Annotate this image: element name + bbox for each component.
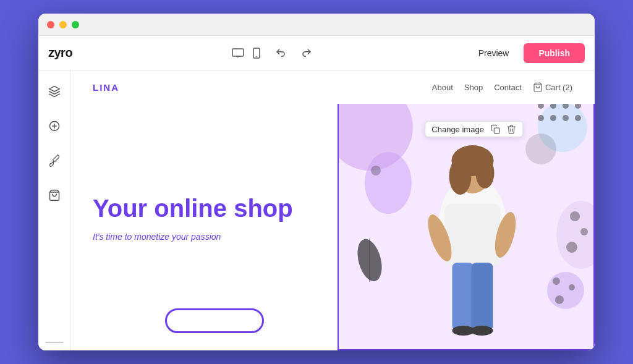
browser-window: zyro <box>38 14 595 350</box>
topbar-center <box>229 45 315 61</box>
browser-chrome <box>38 14 595 36</box>
bottom-right-shape <box>544 269 587 312</box>
svg-point-21 <box>371 166 381 176</box>
svg-point-39 <box>553 277 560 285</box>
preview-button[interactable]: Preview <box>472 44 516 62</box>
right-shape <box>544 198 593 272</box>
nav-contact[interactable]: Contact <box>494 83 522 92</box>
svg-point-17 <box>563 115 569 121</box>
svg-point-33 <box>471 326 493 336</box>
device-icons <box>229 45 263 61</box>
svg-point-41 <box>555 295 564 304</box>
layers-icon[interactable] <box>43 80 66 103</box>
left-sidebar <box>38 70 70 350</box>
sidebar-bottom <box>38 342 70 350</box>
topbar: zyro <box>38 36 595 70</box>
svg-point-38 <box>547 272 584 309</box>
app-layout: zyro <box>38 36 595 350</box>
site-logo: LINA <box>93 82 119 93</box>
svg-rect-42 <box>494 128 499 133</box>
redo-button[interactable] <box>299 45 315 61</box>
hero-title: Your online shop <box>93 195 326 222</box>
svg-point-37 <box>566 242 577 253</box>
hero-subtitle: It's time to monetize your passion <box>93 232 326 242</box>
svg-point-19 <box>575 115 581 121</box>
close-traffic-light[interactable] <box>47 21 54 28</box>
svg-rect-30 <box>452 263 474 331</box>
cart-icon[interactable] <box>43 184 66 206</box>
svg-point-4 <box>257 56 258 57</box>
svg-point-15 <box>538 115 544 121</box>
hero-cta-button[interactable] <box>165 308 264 333</box>
woman-figure <box>408 114 538 349</box>
maximize-traffic-light[interactable] <box>72 21 79 28</box>
selection-arrow <box>338 217 339 229</box>
dots-pattern <box>535 99 590 145</box>
mobile-view-button[interactable] <box>250 45 263 61</box>
svg-point-35 <box>570 211 580 221</box>
nav-about[interactable]: About <box>432 83 453 92</box>
image-toolbar: Change image <box>425 121 523 137</box>
site-nav-links: About Shop Contact Cart (2) <box>432 82 572 92</box>
main-area: LINA About Shop Contact Cart (2) <box>38 70 595 350</box>
svg-point-40 <box>569 284 575 290</box>
svg-rect-27 <box>445 204 501 266</box>
sidebar-divider <box>45 342 64 343</box>
brush-icon[interactable] <box>43 150 66 172</box>
svg-point-34 <box>556 201 593 269</box>
leaf-decoration <box>351 235 388 287</box>
site-nav: LINA About Shop Contact Cart (2) <box>70 70 595 104</box>
desktop-view-button[interactable] <box>229 46 247 61</box>
hero-image-container[interactable]: Change image <box>338 95 595 350</box>
change-image-label[interactable]: Change image <box>431 125 484 134</box>
duplicate-image-button[interactable] <box>490 124 500 134</box>
publish-button[interactable]: Publish <box>524 43 585 63</box>
topbar-right: Preview Publish <box>472 43 585 63</box>
app-logo: zyro <box>48 46 72 60</box>
add-circle-icon[interactable] <box>43 115 66 137</box>
cart-badge[interactable]: Cart (2) <box>533 82 572 92</box>
delete-image-button[interactable] <box>506 124 516 134</box>
minimize-traffic-light[interactable] <box>59 21 67 28</box>
nav-shop[interactable]: Shop <box>464 83 483 92</box>
svg-point-36 <box>580 228 588 235</box>
svg-point-16 <box>550 115 556 121</box>
undo-button[interactable] <box>273 45 289 61</box>
canvas: LINA About Shop Contact Cart (2) <box>70 70 595 350</box>
svg-point-26 <box>476 158 495 188</box>
svg-rect-0 <box>232 49 244 56</box>
cart-count: Cart (2) <box>545 83 572 92</box>
svg-rect-31 <box>472 263 493 331</box>
svg-point-20 <box>365 152 412 214</box>
svg-point-25 <box>449 158 472 195</box>
